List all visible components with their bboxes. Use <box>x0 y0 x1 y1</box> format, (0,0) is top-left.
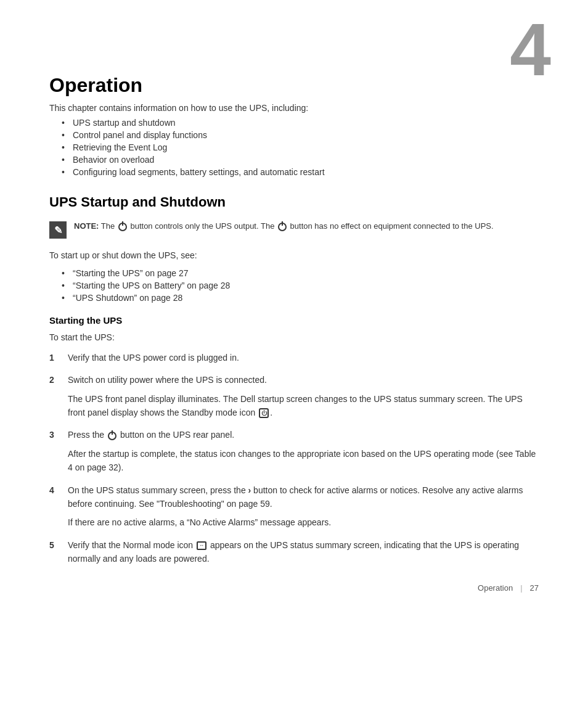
power-button-icon-1 <box>118 223 127 231</box>
step-1: 1 Verify that the UPS power cord is plug… <box>49 351 539 364</box>
note-icon: ✎ <box>49 221 67 239</box>
step-sub-4: If there are no active alarms, a “No Act… <box>68 515 539 529</box>
footer-divider: | <box>520 583 522 593</box>
page-title: Operation <box>49 74 539 97</box>
startup-links: “Starting the UPS” on page 27 “Starting … <box>62 268 539 303</box>
section-title-startup: UPS Startup and Shutdown <box>49 194 539 210</box>
note-label: NOTE: <box>74 221 99 231</box>
power-button-icon-3 <box>108 432 116 440</box>
list-item: Retrieving the Event Log <box>62 142 539 152</box>
steps-list: 1 Verify that the UPS power cord is plug… <box>49 351 539 566</box>
list-item: Behavior on overload <box>62 155 539 165</box>
step-4: 4 On the UPS status summary screen, pres… <box>49 483 539 530</box>
topic-list: UPS startup and shutdown Control panel a… <box>62 118 539 177</box>
footer-label: Operation <box>478 583 513 593</box>
list-item: Configuring load segments, battery setti… <box>62 167 539 177</box>
power-button-icon-2 <box>278 223 287 231</box>
list-item: Control panel and display functions <box>62 130 539 140</box>
step-number-3: 3 <box>49 428 68 441</box>
note-box: ✎ NOTE: The button controls only the UPS… <box>49 220 539 239</box>
step-2: 2 Switch on utility power where the UPS … <box>49 373 539 419</box>
chapter-number: 4 <box>510 12 551 86</box>
step-number-4: 4 <box>49 483 68 497</box>
list-item: UPS startup and shutdown <box>62 118 539 128</box>
step-number-5: 5 <box>49 538 68 552</box>
sub-section-intro: To start the UPS: <box>49 330 539 344</box>
note-text: NOTE: The button controls only the UPS o… <box>74 220 494 232</box>
sub-section-title: Starting the UPS <box>49 315 539 326</box>
standby-mode-icon: ⏻ <box>259 408 269 418</box>
startup-intro: To start up or shut down the UPS, see: <box>49 248 539 262</box>
step-sub-2: The UPS front panel display illuminates.… <box>68 392 539 420</box>
step-text-2: Switch on utility power where the UPS is… <box>68 375 267 385</box>
footer: Operation | 27 <box>0 583 588 593</box>
footer-page: 27 <box>530 583 539 593</box>
step-number-2: 2 <box>49 373 68 387</box>
list-item: “UPS Shutdown” on page 28 <box>62 293 539 303</box>
list-item: “Starting the UPS on Battery” on page 28 <box>62 281 539 290</box>
step-number-1: 1 <box>49 351 68 364</box>
normal-mode-icon <box>197 541 206 550</box>
step-5: 5 Verify that the Normal mode icon appea… <box>49 538 539 566</box>
intro-text: This chapter contains information on how… <box>49 103 539 113</box>
list-item: “Starting the UPS” on page 27 <box>62 268 539 278</box>
step-3: 3 Press the button on the UPS rear panel… <box>49 428 539 474</box>
step-sub-3: After the startup is complete, the statu… <box>68 447 539 475</box>
step-text-1: Verify that the UPS power cord is plugge… <box>68 353 239 363</box>
